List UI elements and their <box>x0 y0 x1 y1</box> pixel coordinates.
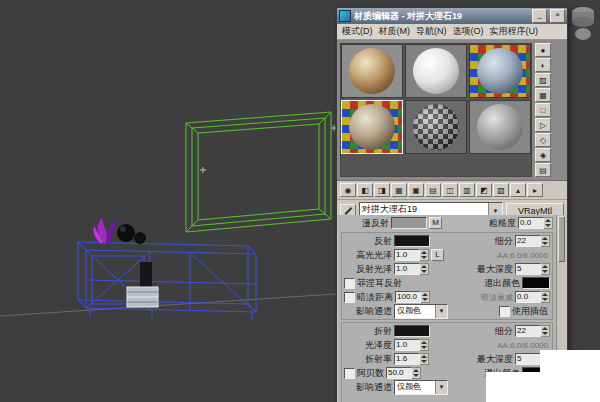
title-bar[interactable]: 材质编辑器 - 对拼大理石19 _ × <box>337 8 567 24</box>
diffuse-color-swatch[interactable] <box>391 217 427 229</box>
material-editor-window: 材质编辑器 - 对拼大理石19 _ × 模式(D) 材质(M) 导航(N) 选项… <box>336 7 568 402</box>
background-button[interactable]: ▨ <box>535 73 551 87</box>
dim-distance-label: 暗淡距离 <box>357 291 395 304</box>
refl-subdivs-value: 22 <box>515 235 541 247</box>
reset-map-button[interactable]: ▦ <box>391 183 407 197</box>
spinner[interactable] <box>541 235 550 247</box>
gloss-lock-button[interactable]: L <box>431 249 444 261</box>
refl-affect-channels-value: 仅颜色 <box>395 305 435 318</box>
dropdown-arrow-icon: ▼ <box>435 381 447 394</box>
close-button[interactable]: × <box>550 9 565 23</box>
sample-tools-column: ● ◐ ▨ ▦ □ ▷ ◇ ◈ ▤ <box>535 43 551 177</box>
menu-options[interactable]: 选项(O) <box>453 25 484 38</box>
sample-sphere <box>477 48 523 94</box>
fresnel-label: 菲涅耳反射 <box>357 277 404 290</box>
assign-material-to-selection-button[interactable]: ◨ <box>374 183 390 197</box>
refr-affect-channels-value: 仅颜色 <box>395 381 435 394</box>
spinner[interactable] <box>420 263 429 275</box>
abbe-checkbox[interactable] <box>344 368 355 379</box>
abbe-label: 阿贝数 <box>357 367 386 380</box>
spinner[interactable] <box>420 339 429 351</box>
make-preview-button[interactable]: ▷ <box>535 118 551 132</box>
go-to-parent-button[interactable]: ▴ <box>510 183 526 197</box>
roughness-field[interactable]: 0.0 <box>518 217 553 229</box>
frame-pivot-marker <box>200 125 337 173</box>
ground-line <box>0 294 336 316</box>
abbe-value: 50.0 <box>386 367 412 379</box>
refr-gloss-field[interactable]: 1.0 <box>394 339 429 351</box>
refl-exit-color-swatch[interactable] <box>522 277 550 289</box>
material-sample-slot[interactable] <box>469 100 531 154</box>
menu-material[interactable]: 材质(M) <box>379 25 411 38</box>
refl-maxdepth-field[interactable]: 5 <box>515 263 550 275</box>
menu-navigation[interactable]: 导航(N) <box>416 25 447 38</box>
diffuse-map-button[interactable]: M <box>429 217 442 229</box>
get-material-button[interactable]: ◉ <box>340 183 356 197</box>
material-id-channel-button[interactable]: ▥ <box>459 183 475 197</box>
refr-affect-channels-dropdown[interactable]: 仅颜色 ▼ <box>394 380 448 395</box>
refl-subdivs-field[interactable]: 22 <box>515 235 550 247</box>
material-sample-slot[interactable] <box>405 100 467 154</box>
make-unique-button[interactable]: ▤ <box>425 183 441 197</box>
minimize-button[interactable]: _ <box>532 9 547 23</box>
tv-cabinet-wireframe[interactable] <box>78 242 256 320</box>
spinner[interactable] <box>412 367 421 379</box>
diffuse-row: 漫反射 M 粗糙度 0.0 <box>341 216 553 230</box>
spinner[interactable] <box>420 249 429 261</box>
fresnel-checkbox[interactable] <box>344 278 355 289</box>
sample-sphere <box>349 48 395 94</box>
spinner[interactable] <box>541 291 550 303</box>
spinner[interactable] <box>541 325 550 337</box>
material-map-navigator-button[interactable]: ▤ <box>535 163 551 177</box>
ior-field[interactable]: 1.6 <box>394 353 429 365</box>
refl-gloss-value: 1.0 <box>394 263 420 275</box>
refl-affect-channels-dropdown[interactable]: 仅颜色 ▼ <box>394 304 448 319</box>
shelf-box-object[interactable] <box>127 262 158 307</box>
refraction-color-swatch[interactable] <box>394 325 430 337</box>
menu-mode[interactable]: 模式(D) <box>342 25 373 38</box>
spinner[interactable] <box>544 217 553 229</box>
dim-distance-value: 100.0 <box>395 291 421 303</box>
abbe-field[interactable]: 50.0 <box>386 367 421 379</box>
sample-uv-tiling-button[interactable]: ▦ <box>535 88 551 102</box>
material-sample-slot-active[interactable] <box>341 100 403 154</box>
put-material-to-scene-button[interactable]: ◧ <box>357 183 373 197</box>
video-color-check-button[interactable]: □ <box>535 103 551 117</box>
scrollbar-thumb[interactable] <box>558 216 565 262</box>
sample-type-button[interactable]: ● <box>535 43 551 57</box>
options-button[interactable]: ◇ <box>535 133 551 147</box>
spinner[interactable] <box>421 291 430 303</box>
dim-distance-checkbox[interactable] <box>344 292 355 303</box>
reflection-color-swatch[interactable] <box>394 235 430 247</box>
spinner[interactable] <box>420 353 429 365</box>
window-title: 材质编辑器 - 对拼大理石19 <box>354 10 529 23</box>
show-end-result-button[interactable]: ▧ <box>493 183 509 197</box>
refl-interpolation-checkbox[interactable] <box>499 306 510 317</box>
go-forward-same-level-button[interactable]: ▸ <box>527 183 543 197</box>
put-to-library-button[interactable]: ◫ <box>442 183 458 197</box>
diffuse-label: 漫反射 <box>341 217 391 230</box>
vase-objects[interactable] <box>117 224 146 244</box>
reflection-label: 反射 <box>344 235 394 248</box>
dim-distance-field[interactable]: 100.0 <box>395 291 430 303</box>
select-by-material-button[interactable]: ◈ <box>535 148 551 162</box>
plant-object-wireframe[interactable] <box>93 218 118 244</box>
backlight-button[interactable]: ◐ <box>535 58 551 72</box>
material-sample-slot[interactable] <box>469 44 531 98</box>
refr-maxdepth-value: 5 <box>515 353 541 365</box>
spinner[interactable] <box>541 263 550 275</box>
viewport-gizmo-object[interactable] <box>572 7 594 40</box>
menu-bar: 模式(D) 材质(M) 导航(N) 选项(O) 实用程序(U) <box>337 24 567 40</box>
menu-utilities[interactable]: 实用程序(U) <box>490 25 539 38</box>
ior-value: 1.6 <box>394 353 420 365</box>
hilight-gloss-field[interactable]: 1.0 <box>394 249 429 261</box>
material-sample-slot[interactable] <box>341 44 403 98</box>
refl-gloss-field[interactable]: 1.0 <box>394 263 429 275</box>
make-material-copy-button[interactable]: ▣ <box>408 183 424 197</box>
show-map-in-viewport-button[interactable]: ◩ <box>476 183 492 197</box>
refr-subdivs-field[interactable]: 22 <box>515 325 550 337</box>
mirror-frame-wireframe[interactable] <box>186 112 331 232</box>
3dsmax-viewport: 材质编辑器 - 对拼大理石19 _ × 模式(D) 材质(M) 导航(N) 选项… <box>0 0 600 402</box>
material-sample-slot[interactable] <box>405 44 467 98</box>
dim-falloff-field[interactable]: 0.0 <box>515 291 550 303</box>
